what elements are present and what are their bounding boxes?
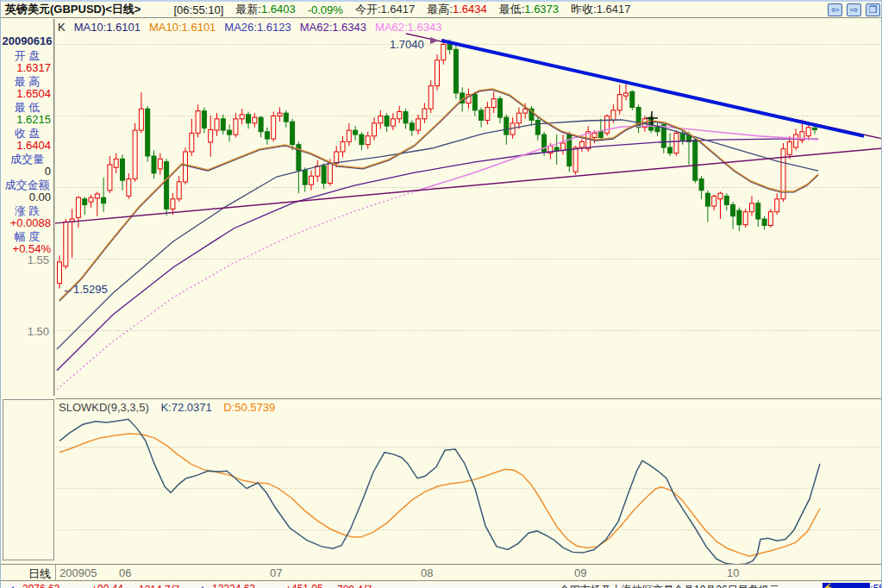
sidebar-row-value: 0.00 xyxy=(1,191,53,203)
sidebar-row-value: +0.0088 xyxy=(1,217,53,228)
slowkd-k-value: K:72.0371 xyxy=(160,401,211,414)
ticker-segment: 2976.63 xyxy=(22,583,59,588)
quote-field-label: 最低: xyxy=(499,3,525,16)
ma-legend-item: MA62:1.6343 xyxy=(375,21,441,34)
sidebar-row: 成交金额0.00 xyxy=(1,179,53,203)
month-label: 07 xyxy=(270,566,282,579)
sidebar-row: 收 盘1.6404 xyxy=(1,128,53,151)
sidebar-row-label: 最 低 xyxy=(1,102,53,114)
main-chart-panel[interactable]: KMA10:1.6101MA10:1.6101MA26:1.6123MA62:1… xyxy=(55,19,882,397)
quote-field-label: 昨收: xyxy=(571,3,597,16)
sidebar-row: 涨 跌+0.0088 xyxy=(1,205,53,228)
quote-field-value: 1.6373 xyxy=(524,3,559,16)
quote-field-value: 1.6417 xyxy=(381,3,416,16)
sidebar-row: 幅 度+0.54% xyxy=(1,231,53,254)
sidebar-row-value: 1.6215 xyxy=(1,114,53,125)
sidebar-row-label: 成交金额 xyxy=(1,179,53,191)
ma-legend-item: MA10:1.6101 xyxy=(149,21,216,34)
ticker-segment: 789.4亿 xyxy=(337,583,373,588)
ticker-segment: 12224.63 xyxy=(212,583,255,588)
sidebar-row-value: 1.6317 xyxy=(1,62,53,73)
peak-price-annotation: 1.7040 xyxy=(390,38,424,51)
ticker-segment: +451.05 xyxy=(285,583,323,588)
quote-field: 今开:1.6417 xyxy=(355,2,415,17)
ticker-segment: 全国市场及上海地区交易会员10月26日早盘提示 xyxy=(560,583,779,588)
ticker-segment: 1214.7亿 xyxy=(139,583,181,588)
quote-sidebar: 20090616 开 盘1.6317最 高1.6504最 低1.6215收 盘1… xyxy=(1,19,55,396)
month-label: 10 xyxy=(727,566,739,579)
sidebar-row-value: 0 xyxy=(1,166,53,177)
oscillator-panel[interactable]: SLOWKD(9,3,3,5) K:72.0371 D:50.5739 xyxy=(55,398,882,564)
sidebar-row-label: 收 盘 xyxy=(1,128,53,140)
ticker-segment: ▲ xyxy=(197,583,208,588)
forward-arrow-icon[interactable]: ⇨ xyxy=(847,3,861,16)
ma-legend: KMA10:1.6101MA10:1.6101MA26:1.6123MA62:1… xyxy=(58,21,459,34)
sidebar-row: 最 高1.6504 xyxy=(1,76,53,99)
sidebar-row-label: 最 高 xyxy=(1,76,53,88)
slowkd-name: SLOWKD(9,3,3,5) xyxy=(59,401,149,414)
month-label: 08 xyxy=(421,566,433,579)
ma-legend-item: MA10:1.6101 xyxy=(74,21,141,34)
quote-field-label: 最新: xyxy=(235,3,261,16)
sidebar-row-label: 成交量 xyxy=(1,153,53,166)
ticker-segment: ▲ xyxy=(8,583,18,588)
ticker-time: 10:55 xyxy=(859,583,882,588)
quote-date: 20090616 xyxy=(1,34,53,47)
symbol-title: 英镑美元(GBPUSD)<日线> xyxy=(5,2,141,17)
quote-field-label: 今开: xyxy=(355,3,381,16)
sidebar-row-value: 1.6404 xyxy=(1,140,53,151)
quote-field-value: -0.09% xyxy=(308,3,343,16)
back-arrow-icon[interactable]: ⇦ xyxy=(828,3,842,16)
quote-field-value: 1.6403 xyxy=(261,3,296,16)
quote-field: 最低:1.6373 xyxy=(499,2,559,17)
candlestick-chart[interactable] xyxy=(55,19,882,397)
ma-legend-item: MA62:1.6343 xyxy=(300,21,366,34)
forex-chart-window: 英镑美元(GBPUSD)<日线> [06:55:10] 最新:1.6403-0.… xyxy=(0,0,882,588)
cascade-windows-icon[interactable]: ❐ xyxy=(866,3,880,16)
title-bar: 英镑美元(GBPUSD)<日线> [06:55:10] 最新:1.6403-0.… xyxy=(1,0,882,18)
quote-field: -0.09% xyxy=(308,3,343,16)
ticker-strip: ▲2976.63+90.441214.7亿▲12224.63+451.05789… xyxy=(1,583,882,588)
axis-divider xyxy=(55,565,56,581)
sidebar-row: 开 盘1.6317 xyxy=(1,50,53,73)
quote-field: 昨收:1.6417 xyxy=(571,2,630,17)
sidebar-row-label: 涨 跌 xyxy=(1,205,53,217)
window-buttons: ⇦⇨❐ xyxy=(828,3,880,16)
ma-legend-item: MA26:1.6123 xyxy=(224,21,291,34)
quote-fields: 最新:1.6403-0.09%今开:1.6417最高:1.6434最低:1.63… xyxy=(223,2,630,17)
ticker-segment: +90.44 xyxy=(91,583,123,588)
sidebar-row: 最 低1.6215 xyxy=(1,102,53,125)
month-label: 200905 xyxy=(59,566,97,579)
slowkd-chart[interactable] xyxy=(55,399,882,565)
oscillator-gutter xyxy=(3,399,54,560)
quote-time: [06:55:10] xyxy=(173,3,223,16)
time-axis: 日线 2009050607080910 xyxy=(1,564,882,581)
low-price-annotation: ←1.5295 xyxy=(62,283,108,296)
quote-field-label: 最高: xyxy=(427,3,453,16)
k-legend-label: K xyxy=(58,21,66,34)
slowkd-legend: SLOWKD(9,3,3,5) K:72.0371 D:50.5739 xyxy=(59,401,284,414)
period-label: 日线 xyxy=(1,566,51,582)
quote-field: 最高:1.6434 xyxy=(427,2,486,17)
axis-tick-label: 1.55 xyxy=(28,253,49,266)
quote-field-value: 1.6417 xyxy=(597,3,631,16)
sidebar-row-value: 1.6504 xyxy=(1,88,53,99)
axis-tick-label: 1.50 xyxy=(28,325,49,338)
quote-field-value: 1.6434 xyxy=(453,3,487,16)
slowkd-d-value: D:50.5739 xyxy=(223,401,275,414)
sidebar-row-label: 幅 度 xyxy=(1,231,53,243)
month-label: 06 xyxy=(119,566,131,579)
quote-field: 最新:1.6403 xyxy=(235,2,295,17)
sidebar-row-label: 开 盘 xyxy=(1,50,53,62)
month-label: 09 xyxy=(574,566,586,579)
sidebar-row: 成交量0 xyxy=(1,153,53,177)
